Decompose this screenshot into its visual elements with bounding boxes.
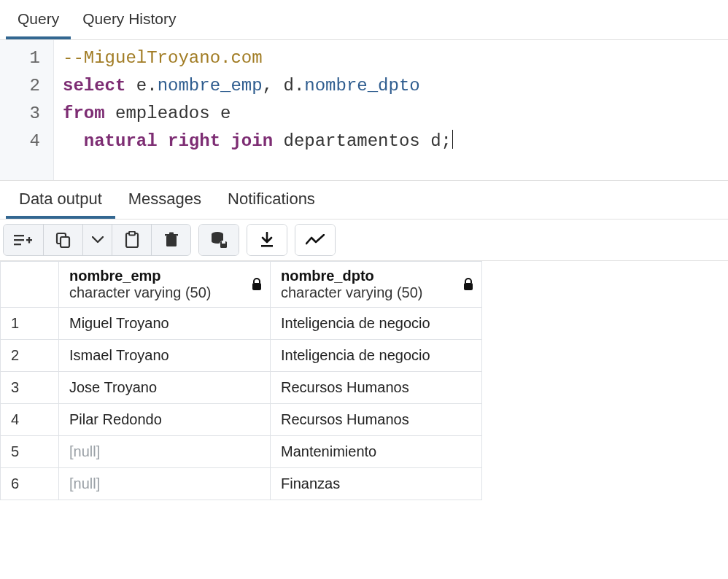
col-nombre-dpto: nombre_dpto [304,76,419,96]
col-header-nombre-dpto[interactable]: nombre_dpto character varying (50) [271,262,482,308]
col-header-nombre-emp[interactable]: nombre_emp character varying (50) [59,262,271,308]
row-number: 5 [1,436,59,468]
cell-dpto[interactable]: Inteligencia de negocio [271,340,482,372]
alias-d: d [283,76,293,96]
svg-rect-2 [14,244,21,245]
add-row-button[interactable] [4,225,43,255]
delete-button[interactable] [151,225,190,255]
kw-from: from [63,104,105,123]
svg-rect-4 [28,237,30,244]
line-number: 1 [0,44,40,72]
alias-e2: e [220,104,231,123]
results-grid[interactable]: nombre_emp character varying (50) nombre… [0,261,482,500]
sql-editor[interactable]: 1 2 3 4 --MiguelTroyano.com select e.nom… [0,40,728,180]
cell-dpto[interactable]: Recursos Humanos [271,372,482,404]
cell-dpto[interactable]: Mantenimiento [271,436,482,468]
cell-dpto[interactable]: Recursos Humanos [271,404,482,436]
svg-rect-11 [169,233,174,235]
tab-notifications[interactable]: Notifications [214,181,328,219]
copy-dropdown-button[interactable] [82,225,112,255]
cell-emp[interactable]: Miguel Troyano [59,308,271,340]
tab-query-history[interactable]: Query History [71,0,187,39]
tab-query[interactable]: Query [6,0,71,39]
toolbar-group-4 [295,224,336,256]
download-button[interactable] [247,225,287,255]
svg-rect-16 [261,245,273,247]
svg-rect-6 [61,237,69,247]
col-type: character varying (50) [69,284,261,301]
tab-messages[interactable]: Messages [115,181,214,219]
cell-emp[interactable]: Ismael Troyano [59,340,271,372]
svg-rect-1 [14,239,24,241]
row-number: 3 [1,372,59,404]
editor-code[interactable]: --MiguelTroyano.com select e.nombre_emp,… [54,40,453,180]
chevron-down-icon [92,236,104,244]
output-tabs: Data output Messages Notifications [0,180,728,219]
col-name: nombre_dpto [281,268,473,284]
table-row[interactable]: 1 Miguel Troyano Inteligencia de negocio [1,308,482,340]
add-row-icon [14,233,33,247]
query-tabs: Query Query History [0,0,728,40]
tab-data-output[interactable]: Data output [6,181,115,219]
line-number: 4 [0,128,40,155]
alias-e: e [136,76,147,96]
row-number: 6 [1,468,59,500]
alias-d2: d [430,131,441,151]
svg-rect-17 [252,283,261,290]
cell-emp[interactable]: [null] [59,468,271,500]
toolbar-group-2 [198,224,239,256]
clipboard-icon [125,231,139,249]
cell-emp[interactable]: Jose Troyano [59,372,271,404]
row-number: 4 [1,404,59,436]
lock-icon [462,278,474,291]
copy-button[interactable] [43,225,82,255]
svg-rect-9 [166,236,177,246]
trash-icon [164,232,179,248]
table-row[interactable]: 4 Pilar Redondo Recursos Humanos [1,404,482,436]
tbl-departamentos: departamentos [283,131,419,151]
table-row[interactable]: 5 [null] Mantenimiento [1,436,482,468]
kw-select: select [63,76,125,96]
editor-cursor [452,130,453,149]
toolbar-group-1 [3,224,191,256]
row-number: 2 [1,340,59,372]
download-icon [260,232,274,248]
table-row[interactable]: 6 [null] Finanzas [1,468,482,500]
chart-button[interactable] [295,225,335,255]
cell-dpto[interactable]: Inteligencia de negocio [271,308,482,340]
kw-join: join [231,131,273,151]
line-number: 2 [0,72,40,100]
kw-right: right [168,131,220,151]
database-save-icon [210,231,228,249]
results-toolbar [0,219,728,261]
table-row[interactable]: 3 Jose Troyano Recursos Humanos [1,372,482,404]
cell-emp[interactable]: [null] [59,436,271,468]
kw-natural: natural [84,131,158,151]
grid-header-row: nombre_emp character varying (50) nombre… [1,262,482,308]
grid-corner [1,262,59,308]
row-number: 1 [1,308,59,340]
editor-gutter: 1 2 3 4 [0,40,54,180]
line-number: 3 [0,100,40,128]
paste-button[interactable] [112,225,151,255]
toolbar-group-3 [247,224,287,256]
col-nombre-emp: nombre_emp [158,76,263,96]
col-name: nombre_emp [69,268,261,284]
save-data-button[interactable] [199,225,239,255]
cell-emp[interactable]: Pilar Redondo [59,404,271,436]
copy-icon [55,232,71,248]
cell-dpto[interactable]: Finanzas [271,468,482,500]
chart-line-icon [306,234,325,246]
lock-icon [251,278,263,291]
svg-rect-0 [14,235,24,236]
sql-comment: --MiguelTroyano.com [63,48,263,68]
svg-rect-8 [129,232,135,236]
svg-rect-18 [464,283,473,290]
col-type: character varying (50) [281,284,473,301]
table-row[interactable]: 2 Ismael Troyano Inteligencia de negocio [1,340,482,372]
svg-rect-15 [222,241,225,244]
tbl-empleados: empleados [115,104,210,123]
